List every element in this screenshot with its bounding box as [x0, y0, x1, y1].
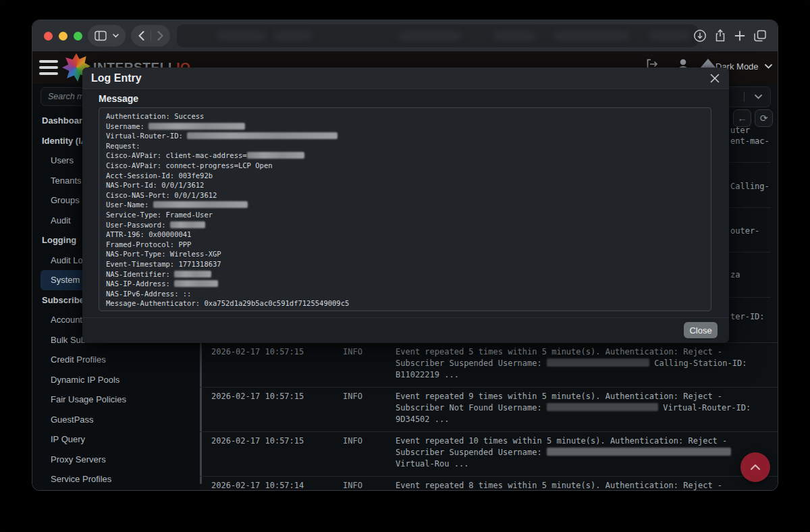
download-icon[interactable] — [693, 29, 707, 43]
sidebar-item-credit-profiles[interactable]: Credit Profiles — [40, 350, 192, 370]
blurred-tab — [217, 32, 265, 41]
window-minimize-button[interactable] — [59, 32, 68, 41]
browser-nav-buttons — [131, 25, 170, 47]
sidebar-toggle-icon — [94, 30, 107, 41]
row-divider — [729, 252, 771, 252]
back-arrow-button[interactable]: ← — [733, 109, 751, 127]
log-level: INFO — [343, 391, 396, 402]
browser-toolbar-right — [693, 29, 767, 43]
log-entry-modal: Log Entry Message Authentication: Succes… — [82, 68, 729, 343]
blurred-tab — [649, 32, 690, 41]
divider — [151, 30, 151, 41]
sidebar-item-ip-query[interactable]: IP Query — [40, 429, 192, 450]
chevron-down-icon — [765, 64, 772, 69]
divider — [82, 317, 729, 318]
log-message-line: NAS-Identifier: — [106, 269, 704, 280]
log-message-box[interactable]: Authentication: SuccessUsername: Virtual… — [99, 107, 711, 311]
redacted-value — [547, 403, 658, 411]
redacted-value — [148, 123, 245, 130]
blurred-tab — [275, 32, 312, 41]
log-message-line: ATTR-196: 0x00000041 — [106, 230, 704, 240]
log-message-line: Event-Timestamp: 1771318637 — [106, 259, 704, 269]
sidebar-item-guestpass[interactable]: GuestPass — [40, 410, 192, 430]
log-timestamp: 2026-02-17 10:57:14 — [200, 480, 343, 490]
tab-overview-icon[interactable] — [753, 30, 767, 42]
browser-sidebar-toggle[interactable] — [88, 25, 126, 47]
log-message-line: Virtual-Router-ID: — [106, 131, 704, 141]
modal-title: Log Entry — [91, 72, 142, 84]
redacted-value — [153, 201, 248, 208]
log-message-line: NAS-IPv6-Address: :: — [106, 289, 704, 299]
close-icon[interactable] — [709, 73, 720, 84]
log-message-line: Cisco-AVPair: client-mac-address= — [106, 151, 704, 161]
redacted-value — [174, 280, 218, 287]
log-row-fragment: Calling- — [730, 182, 770, 191]
chevron-up-icon — [750, 464, 761, 471]
blurred-tab — [494, 32, 535, 41]
redacted-value — [170, 221, 205, 228]
log-message-line: NAS-IP-Address: — [106, 279, 704, 289]
row-divider — [729, 162, 771, 163]
message-section-label: Message — [99, 93, 138, 104]
address-tab-area[interactable] — [177, 24, 698, 47]
scroll-to-top-button[interactable] — [740, 452, 770, 482]
blurred-tab — [555, 32, 629, 41]
sidebar-item-fair-usage-policies[interactable]: Fair Usage Policies — [40, 390, 192, 410]
log-table-row[interactable]: 2026-02-17 10:57:15INFOEvent repeated 10… — [200, 431, 778, 476]
sidebar-item-dynamic-ip-pools[interactable]: Dynamic IP Pools — [40, 370, 192, 390]
log-table-row[interactable]: 2026-02-17 10:57:15INFOEvent repeated 9 … — [200, 387, 778, 431]
redacted-value — [187, 132, 338, 139]
log-level: INFO — [343, 435, 396, 447]
redacted-value — [174, 271, 211, 277]
browser-window: INTERSTELLIO Dark Mode — [32, 20, 778, 490]
menu-icon[interactable] — [39, 60, 58, 75]
log-rows: 2026-02-17 10:57:15INFOEvent repeated 5 … — [200, 342, 778, 490]
app-content: INTERSTELLIO Dark Mode — [32, 51, 778, 490]
refresh-icon: ⟳ — [760, 113, 768, 124]
log-table-row[interactable]: 2026-02-17 10:57:14INFOEvent repeated 8 … — [200, 476, 778, 490]
log-timestamp: 2026-02-17 10:57:15 — [200, 391, 343, 402]
back-button[interactable] — [138, 31, 144, 41]
log-message: Event repeated 9 times within 5 minute(s… — [396, 391, 778, 425]
log-message-line: Cisco-NAS-Port: 0/0/1/3612 — [106, 190, 704, 201]
log-message-line: Authentication: Success — [106, 111, 704, 122]
log-table-row[interactable]: 2026-02-17 10:57:15INFOEvent repeated 5 … — [200, 342, 778, 387]
sidebar-item-service-profiles[interactable]: Service Profiles — [40, 469, 192, 489]
row-divider — [729, 207, 771, 208]
log-message-line: Acct-Session-Id: 003fe92b — [106, 171, 704, 181]
redacted-value — [547, 358, 649, 367]
forward-button[interactable] — [157, 31, 163, 41]
log-message-line: User-Name: — [106, 200, 704, 210]
back-arrow-icon: ← — [738, 113, 747, 124]
close-button[interactable]: Close — [684, 322, 718, 338]
log-message-line: Cisco-AVPair: connect-progress=LCP Open — [106, 161, 704, 171]
log-message: Event repeated 10 times within 5 minute(… — [396, 435, 778, 470]
log-message-line: User-Password: — [106, 220, 704, 230]
log-message-line: Request: — [106, 141, 704, 151]
log-row-fragment: uter — [730, 126, 750, 135]
sidebar-item-proxy-servers[interactable]: Proxy Servers — [40, 450, 192, 470]
log-timestamp: 2026-02-17 10:57:15 — [200, 435, 343, 447]
log-message: Event repeated 8 times within 5 minute(s… — [396, 480, 778, 490]
chevron-down-icon[interactable] — [755, 95, 762, 99]
browser-toolbar — [32, 20, 778, 52]
log-level: INFO — [343, 480, 396, 490]
redacted-value — [547, 448, 731, 456]
log-message-line: NAS-Port-Id: 0/0/1/3612 — [106, 180, 704, 190]
row-divider — [729, 297, 771, 298]
log-message-line: Service-Type: Framed-User — [106, 210, 704, 220]
log-message: Event repeated 5 times within 5 minute(s… — [396, 346, 778, 381]
log-level: INFO — [343, 346, 396, 358]
log-timestamp: 2026-02-17 10:57:15 — [200, 346, 343, 358]
window-zoom-button[interactable] — [74, 32, 82, 41]
log-row-fragment: ent-mac- — [730, 136, 770, 146]
redacted-value — [247, 152, 304, 159]
share-icon[interactable] — [714, 29, 726, 43]
log-row-fragment: za — [730, 270, 740, 280]
new-tab-icon[interactable] — [734, 30, 746, 42]
log-message-line: Username: — [106, 122, 704, 132]
window-close-button[interactable] — [44, 32, 53, 41]
log-message-line: NAS-Port-Type: Wireless-XGP — [106, 249, 704, 259]
log-message-line: Framed-Protocol: PPP — [106, 240, 704, 250]
refresh-button[interactable]: ⟳ — [755, 109, 773, 127]
